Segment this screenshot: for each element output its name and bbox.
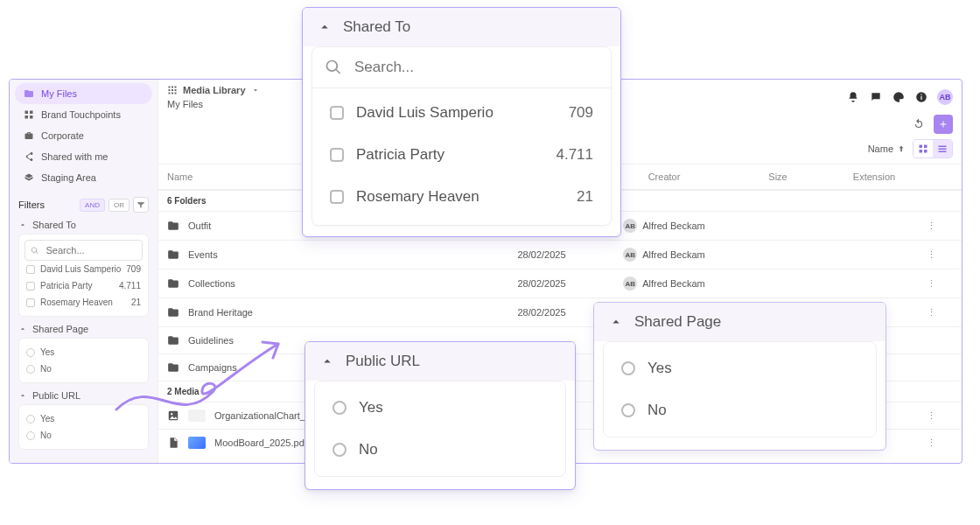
row-menu-button[interactable]: ⋮ bbox=[927, 438, 953, 449]
svg-rect-19 bbox=[924, 150, 928, 153]
popover-shared-page: Shared Page Yes No bbox=[593, 302, 886, 451]
popover-search[interactable] bbox=[312, 47, 611, 88]
col-extension[interactable]: Extension bbox=[822, 172, 927, 182]
radio-icon bbox=[621, 403, 635, 417]
checkbox-icon bbox=[330, 106, 344, 120]
popover-option-no[interactable]: No bbox=[616, 389, 864, 431]
shared-to-option[interactable]: David Luis Samperio 709 bbox=[24, 261, 143, 277]
svg-rect-7 bbox=[169, 89, 171, 91]
info-icon[interactable] bbox=[914, 90, 928, 104]
checkbox-icon bbox=[330, 148, 344, 162]
row-menu-button[interactable]: ⋮ bbox=[927, 278, 953, 290]
shared-page-option-yes[interactable]: Yes bbox=[24, 344, 143, 360]
row-menu-button[interactable]: ⋮ bbox=[927, 249, 953, 261]
filter-shared-page-header[interactable]: Shared Page bbox=[18, 324, 149, 334]
popover-option[interactable]: David Luis Samperio 709 bbox=[325, 92, 598, 134]
shared-to-option[interactable]: Rosemary Heaven 21 bbox=[24, 294, 143, 311]
logic-or-pill[interactable]: OR bbox=[108, 199, 130, 212]
radio-icon bbox=[332, 443, 346, 457]
chevron-down-icon bbox=[251, 86, 260, 94]
svg-rect-18 bbox=[920, 150, 923, 153]
shared-page-option-no[interactable]: No bbox=[24, 360, 143, 377]
svg-rect-14 bbox=[920, 96, 921, 100]
palette-icon[interactable] bbox=[892, 90, 906, 104]
add-button[interactable] bbox=[934, 115, 953, 134]
filters-title: Filters bbox=[18, 200, 45, 210]
popover-option[interactable]: Patricia Party 4.711 bbox=[325, 134, 598, 176]
refresh-button[interactable] bbox=[911, 116, 927, 132]
svg-rect-10 bbox=[169, 93, 171, 94]
folder-icon bbox=[167, 334, 179, 346]
filter-public-url-header[interactable]: Public URL bbox=[18, 390, 149, 401]
shared-to-search-mini[interactable] bbox=[24, 240, 143, 261]
table-row[interactable]: Events 28/02/2025 ABAlfred Beckam ⋮ bbox=[158, 240, 962, 269]
public-url-option-yes[interactable]: Yes bbox=[24, 410, 143, 427]
location-selector[interactable]: Media Library bbox=[167, 85, 260, 95]
svg-rect-20 bbox=[939, 146, 947, 148]
shared-to-option[interactable]: Patricia Party 4.711 bbox=[24, 277, 143, 294]
creator-avatar: AB bbox=[623, 219, 637, 233]
user-avatar[interactable]: AB bbox=[937, 89, 953, 105]
radio-icon bbox=[621, 361, 635, 375]
chevron-up-icon bbox=[319, 354, 335, 369]
nav-brand-touchpoints[interactable]: Brand Touchpoints bbox=[15, 104, 152, 125]
nav-label: Staging Area bbox=[41, 172, 96, 183]
folder-icon bbox=[24, 88, 34, 99]
filter-settings-button[interactable] bbox=[133, 197, 149, 213]
row-menu-button[interactable]: ⋮ bbox=[927, 307, 953, 318]
nav-shared-with-me[interactable]: Shared with me bbox=[15, 146, 152, 167]
popover-option-no[interactable]: No bbox=[327, 429, 553, 471]
popover-option-yes[interactable]: Yes bbox=[616, 347, 864, 389]
nav-staging-area[interactable]: Staging Area bbox=[15, 167, 152, 188]
nav-corporate[interactable]: Corporate bbox=[15, 125, 152, 146]
col-size[interactable]: Size bbox=[734, 172, 822, 182]
row-menu-button[interactable]: ⋮ bbox=[927, 410, 953, 422]
svg-rect-17 bbox=[924, 145, 928, 149]
public-url-option-no[interactable]: No bbox=[24, 427, 143, 444]
svg-rect-22 bbox=[939, 151, 947, 153]
notifications-icon[interactable] bbox=[846, 90, 860, 104]
apps-icon bbox=[167, 85, 178, 95]
nav-label: My Files bbox=[41, 88, 77, 99]
popover-header[interactable]: Shared Page bbox=[594, 303, 886, 341]
filter-shared-to-header[interactable]: Shared To bbox=[18, 220, 149, 230]
breadcrumb[interactable]: My Files bbox=[167, 99, 260, 109]
sidebar: My Files Brand Touchpoints Corporate Sha… bbox=[10, 80, 158, 463]
popover-header[interactable]: Shared To bbox=[303, 8, 620, 46]
checkbox-icon bbox=[26, 282, 35, 290]
checkbox-icon bbox=[26, 298, 35, 307]
svg-rect-9 bbox=[175, 89, 177, 91]
popover-header[interactable]: Public URL bbox=[305, 342, 575, 381]
grid-view-button[interactable] bbox=[914, 140, 933, 158]
popover-option-yes[interactable]: Yes bbox=[327, 387, 553, 429]
chevron-up-icon bbox=[18, 325, 27, 333]
svg-rect-1 bbox=[30, 111, 33, 115]
radio-icon bbox=[26, 365, 35, 374]
logic-and-pill[interactable]: AND bbox=[80, 199, 105, 212]
nav-my-files[interactable]: My Files bbox=[15, 83, 152, 104]
chevron-up-icon bbox=[608, 314, 624, 330]
popover-option[interactable]: Rosemary Heaven 21 bbox=[325, 176, 598, 218]
svg-rect-5 bbox=[172, 87, 173, 88]
svg-rect-16 bbox=[920, 145, 923, 149]
table-row[interactable]: Collections 28/02/2025 ABAlfred Beckam ⋮ bbox=[158, 269, 962, 298]
shared-to-search-input[interactable] bbox=[45, 244, 136, 256]
checkbox-icon bbox=[26, 265, 35, 274]
checkbox-icon bbox=[330, 190, 344, 204]
media-thumbnail bbox=[188, 410, 206, 422]
nav-label: Shared with me bbox=[41, 151, 108, 162]
radio-icon bbox=[332, 401, 346, 415]
sort-control[interactable]: Name bbox=[868, 144, 906, 154]
popover-shared-to: Shared To David Luis Samperio 709 Patric… bbox=[302, 7, 621, 237]
popover-search-input[interactable] bbox=[353, 58, 598, 77]
chat-icon[interactable] bbox=[869, 90, 883, 104]
media-thumbnail bbox=[188, 437, 206, 449]
search-icon bbox=[325, 59, 342, 76]
radio-icon bbox=[26, 431, 35, 440]
row-menu-button[interactable]: ⋮ bbox=[927, 220, 953, 232]
radio-icon bbox=[26, 348, 35, 357]
svg-rect-11 bbox=[172, 93, 173, 94]
list-view-button[interactable] bbox=[933, 140, 952, 158]
svg-rect-21 bbox=[939, 149, 947, 150]
chevron-up-icon bbox=[18, 391, 27, 400]
